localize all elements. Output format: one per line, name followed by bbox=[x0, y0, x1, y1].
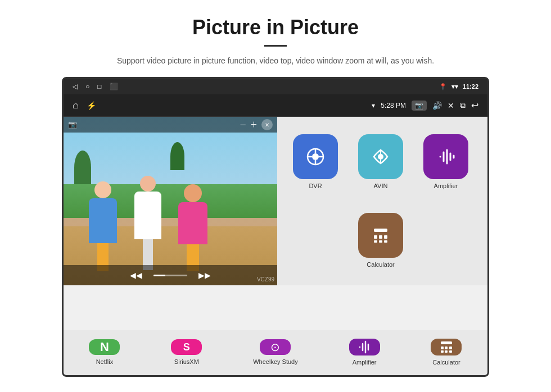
pip-prev-button[interactable]: ◀◀ bbox=[130, 271, 142, 280]
amplifier-label: Amplifier bbox=[434, 183, 458, 189]
pip-window-icon[interactable]: ⧉ bbox=[460, 101, 466, 110]
siriusxm-label: SiriusXM bbox=[174, 358, 199, 365]
svg-rect-19 bbox=[384, 240, 387, 243]
pip-next-button[interactable]: ▶▶ bbox=[198, 271, 211, 280]
app-siriusxm[interactable]: S SiriusXM bbox=[166, 335, 206, 370]
svg-rect-17 bbox=[374, 240, 377, 243]
pip-progress-bar[interactable] bbox=[153, 275, 187, 276]
home-nav-icon[interactable]: ○ bbox=[85, 83, 89, 90]
video-background: VCZ99 bbox=[64, 117, 277, 285]
netflix-label: Netflix bbox=[96, 358, 114, 365]
status-bar-nav: ◁ ○ □ ⬛ bbox=[73, 83, 118, 90]
page-header: Picture in Picture Support video picture… bbox=[0, 0, 551, 77]
svg-rect-15 bbox=[379, 235, 382, 239]
svg-rect-30 bbox=[449, 350, 452, 353]
pip-camera-icon: 📷 bbox=[68, 120, 77, 129]
screenshot-nav-icon[interactable]: ⬛ bbox=[110, 83, 118, 90]
pip-close-button[interactable]: ✕ bbox=[261, 119, 273, 130]
main-content: VCZ99 📷 − + ✕ ◀◀ ▶▶ bbox=[64, 117, 487, 330]
calculator-label: Calculator bbox=[367, 261, 395, 268]
camera-active-icon[interactable]: 📷 bbox=[412, 101, 427, 111]
wheelkey-label: Wheelkey Study bbox=[253, 358, 297, 365]
usb-icon: ⚡ bbox=[87, 101, 96, 110]
app-bar-time: 5:28 PM bbox=[381, 102, 406, 110]
back-icon[interactable]: ↩ bbox=[471, 100, 478, 111]
status-time: 11:22 bbox=[463, 83, 478, 90]
wheelkey-icon: ⊙ bbox=[260, 339, 291, 355]
close-window-icon[interactable]: ✕ bbox=[448, 101, 454, 110]
back-nav-icon[interactable]: ◁ bbox=[73, 83, 78, 90]
wifi-signal-icon: ▾ bbox=[372, 102, 375, 110]
avin-icon bbox=[358, 134, 403, 179]
signal-icon: ▾▾ bbox=[451, 83, 458, 90]
home-icon[interactable]: ⌂ bbox=[73, 99, 79, 111]
volume-icon[interactable]: 🔊 bbox=[432, 101, 442, 110]
svg-rect-18 bbox=[379, 240, 382, 243]
pip-plus-button[interactable]: + bbox=[251, 118, 257, 131]
recents-nav-icon[interactable]: □ bbox=[97, 83, 101, 90]
app-amplifier[interactable]: Amplifier bbox=[419, 130, 473, 194]
svg-rect-16 bbox=[384, 235, 387, 239]
svg-rect-25 bbox=[441, 347, 444, 349]
app-grid: DVR AVIN bbox=[274, 117, 487, 285]
app-bar-right: ▾ 5:28 PM 📷 🔊 ✕ ⧉ ↩ bbox=[372, 100, 478, 111]
header-divider bbox=[264, 45, 287, 47]
amplifier-icon bbox=[423, 134, 468, 179]
app-amplifier-bottom[interactable]: Amplifier bbox=[345, 335, 385, 370]
app-calculator[interactable]: Calculator bbox=[354, 208, 408, 272]
pip-bottom-bar: ◀◀ ▶▶ bbox=[64, 265, 277, 285]
svg-rect-26 bbox=[445, 347, 448, 349]
svg-rect-13 bbox=[374, 229, 387, 232]
dvr-icon bbox=[293, 134, 338, 179]
app-avin[interactable]: AVIN bbox=[354, 130, 408, 194]
location-icon: 📍 bbox=[439, 83, 447, 90]
page-title: Picture in Picture bbox=[34, 16, 517, 39]
calculator-icon bbox=[358, 213, 403, 258]
calculator-bottom-icon bbox=[431, 339, 462, 355]
watermark: VCZ99 bbox=[257, 276, 274, 282]
app-calculator-bottom[interactable]: Calculator bbox=[426, 335, 466, 370]
app-wheelkey[interactable]: ⊙ Wheelkey Study bbox=[249, 335, 302, 370]
app-dvr[interactable]: DVR bbox=[288, 130, 342, 194]
pip-video[interactable]: VCZ99 📷 − + ✕ ◀◀ ▶▶ bbox=[64, 117, 277, 285]
svg-point-1 bbox=[312, 153, 319, 160]
calculator-bottom-label: Calculator bbox=[432, 359, 460, 366]
status-bar: ◁ ○ □ ⬛ 📍 ▾▾ 11:22 bbox=[64, 79, 487, 94]
app-bar-left: ⌂ ⚡ bbox=[73, 99, 96, 111]
pip-minus-button[interactable]: − bbox=[240, 118, 246, 131]
app-bar: ⌂ ⚡ ▾ 5:28 PM 📷 🔊 ✕ ⧉ ↩ bbox=[64, 94, 487, 117]
device-frame: ◁ ○ □ ⬛ 📍 ▾▾ 11:22 ⌂ ⚡ ▾ 5:28 PM 📷 🔊 ✕ ⧉… bbox=[62, 77, 489, 377]
svg-rect-29 bbox=[445, 350, 448, 353]
dvr-label: DVR bbox=[309, 183, 322, 189]
amplifier-bottom-icon bbox=[349, 339, 380, 355]
svg-rect-27 bbox=[449, 347, 452, 349]
pip-controls[interactable]: − + ✕ bbox=[240, 118, 273, 131]
netflix-icon: N bbox=[89, 339, 120, 355]
amplifier-bottom-label: Amplifier bbox=[353, 359, 377, 366]
svg-rect-24 bbox=[441, 341, 452, 344]
pip-top-bar: 📷 − + ✕ bbox=[64, 117, 277, 133]
bottom-app-row: N Netflix S SiriusXM ⊙ Wheelkey Study bbox=[64, 330, 487, 375]
app-netflix[interactable]: N Netflix bbox=[84, 335, 124, 370]
page-description: Support video picture in picture functio… bbox=[34, 54, 517, 67]
avin-label: AVIN bbox=[374, 183, 388, 189]
svg-rect-14 bbox=[374, 235, 377, 239]
siriusxm-icon: S bbox=[171, 339, 202, 355]
status-bar-indicators: 📍 ▾▾ 11:22 bbox=[439, 83, 478, 90]
svg-rect-28 bbox=[441, 350, 444, 353]
